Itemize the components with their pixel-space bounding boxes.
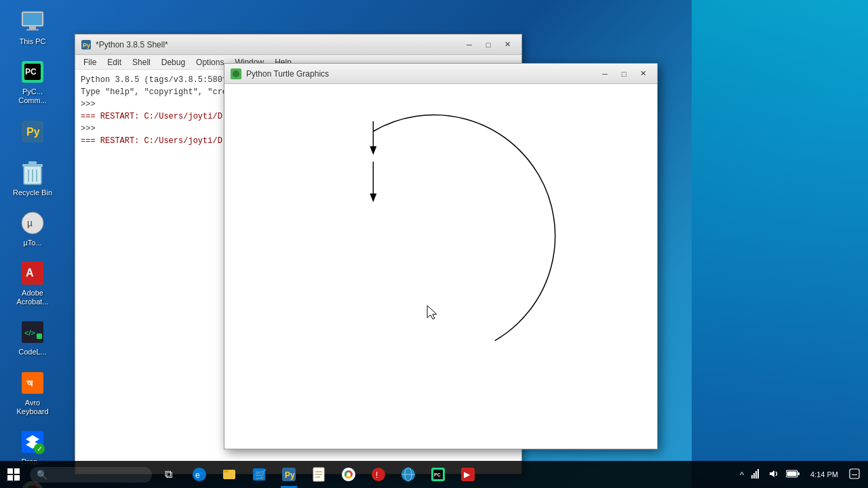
turtle-canvas (224, 84, 657, 449)
taskbar-app-red[interactable]: ! (363, 461, 393, 488)
pycharm-icon: PC (19, 58, 46, 85)
shell-maximize-btn[interactable]: □ (479, 38, 497, 52)
turtle-drawing (224, 84, 657, 449)
svg-text:Py: Py (83, 42, 90, 49)
windows-icon (7, 468, 20, 481)
shell-menu-edit[interactable]: Edit (102, 56, 127, 68)
taskbar-apps: e 🛒 Py (184, 461, 483, 488)
svg-text:A: A (26, 267, 34, 279)
icon-codelab[interactable]: </> CodeL... (5, 316, 60, 359)
taskbar-search[interactable]: 🔍 (30, 467, 152, 483)
python-taskbar-icon: Py (281, 467, 296, 482)
svg-point-53 (233, 70, 239, 77)
shell-close-btn[interactable]: ✕ (498, 38, 516, 52)
adobe-icon: A (19, 260, 46, 287)
svg-text:✓: ✓ (37, 445, 43, 453)
shell-minimize-btn[interactable]: ─ (460, 38, 478, 52)
taskbar-app-python[interactable]: Py (274, 461, 304, 488)
turtle-window: Python Turtle Graphics ─ □ ✕ (224, 63, 658, 449)
start-button[interactable] (0, 461, 27, 488)
utools-icon: µ (19, 209, 46, 237)
codelab-label: CodeL... (18, 348, 47, 357)
taskbar: 🔍 ⧉ e (0, 461, 868, 488)
task-view-button[interactable]: ⧉ (155, 461, 182, 488)
taskbar-app-game[interactable]: ▶ (453, 461, 483, 488)
svg-marker-57 (370, 193, 376, 202)
game-icon: ▶ (460, 467, 475, 482)
turtle-title-text: Python Turtle Graphics (246, 69, 596, 79)
icon-adobe[interactable]: A AdobeAcrobat... (5, 257, 60, 309)
tray-chevron[interactable]: ^ (738, 468, 745, 481)
globe-icon (401, 467, 416, 482)
tray-volume[interactable] (767, 467, 781, 483)
taskbar-app-pycharm2[interactable]: PC (423, 461, 453, 488)
notification-icon (849, 468, 860, 479)
search-icon: 🔍 (37, 470, 47, 480)
shell-titlebar[interactable]: Py *Python 3.8.5 Shell* ─ □ ✕ (75, 35, 521, 55)
svg-text:অ: অ (26, 378, 33, 388)
icon-pycharm[interactable]: PC PyC...Comm... (5, 56, 60, 108)
taskbar-app-store[interactable]: 🛒 (244, 461, 274, 488)
svg-rect-1 (23, 13, 42, 25)
taskbar-app-chrome[interactable] (334, 461, 363, 488)
tray-battery[interactable] (785, 468, 801, 481)
turtle-close-btn[interactable]: ✕ (634, 67, 652, 81)
svg-text:🛒: 🛒 (255, 469, 267, 481)
svg-rect-22 (22, 372, 43, 394)
svg-rect-91 (787, 471, 797, 476)
shell-menu-debug[interactable]: Debug (156, 56, 191, 68)
svg-text:</>: </> (24, 329, 35, 337)
turtle-titlebar[interactable]: Python Turtle Graphics ─ □ ✕ (224, 64, 657, 84)
svg-marker-58 (427, 306, 437, 319)
taskbar-app-edge[interactable]: e (184, 461, 214, 488)
svg-text:µ: µ (27, 218, 33, 228)
tray-network[interactable] (749, 467, 763, 483)
shell-menu-shell[interactable]: Shell (127, 56, 156, 68)
this-pc-icon (19, 8, 46, 35)
taskbar-app-explorer[interactable] (214, 461, 244, 488)
chrome-taskbar-icon (341, 467, 356, 482)
avro-icon: অ (19, 369, 46, 396)
icon-this-pc[interactable]: This PC (5, 5, 60, 49)
svg-rect-87 (757, 469, 759, 479)
taskbar-app-notepad[interactable] (304, 461, 334, 488)
recycle-bin-icon (19, 159, 46, 186)
red-app-icon: ! (371, 467, 386, 482)
icon-python[interactable]: Py (5, 115, 60, 150)
icon-utools[interactable]: µ µTo... (5, 207, 60, 250)
taskbar-time[interactable]: 4:14 PM (805, 470, 844, 479)
desktop-icons: This PC PC PyC...Comm... Py (0, 0, 78, 488)
svg-rect-85 (753, 473, 755, 479)
shell-window-controls: ─ □ ✕ (460, 38, 516, 52)
codelab-icon: </> (19, 319, 46, 346)
svg-text:PC: PC (25, 67, 37, 77)
avro-label: AvroKeyboard (16, 399, 48, 416)
svg-point-74 (372, 468, 385, 481)
svg-rect-86 (755, 471, 757, 479)
turtle-minimize-btn[interactable]: ─ (596, 67, 614, 81)
shell-title-text: *Python 3.8.5 Shell* (96, 40, 460, 49)
volume-icon (768, 468, 779, 479)
svg-rect-93 (852, 474, 857, 475)
svg-point-73 (347, 472, 351, 476)
svg-rect-3 (26, 29, 39, 30)
pycharm-label: PyC...Comm... (18, 87, 47, 105)
svg-rect-10 (22, 164, 43, 167)
pycharm-taskbar-icon: PC (431, 467, 446, 482)
icon-recycle-bin[interactable]: Recycle Bin (5, 157, 60, 200)
turtle-title-icon (230, 68, 242, 80)
shell-menu-file[interactable]: File (78, 56, 102, 68)
icon-avro[interactable]: অ AvroKeyboard (5, 367, 60, 419)
svg-text:Py: Py (285, 470, 295, 480)
taskbar-app-globe[interactable] (393, 461, 423, 488)
turtle-maximize-btn[interactable]: □ (615, 67, 633, 81)
store-icon: 🛒 (252, 467, 267, 482)
tray-notification[interactable] (848, 467, 861, 483)
svg-rect-84 (751, 475, 753, 479)
battery-icon (786, 470, 800, 478)
explorer-icon (222, 467, 237, 482)
taskbar-right: ^ (738, 467, 868, 483)
adobe-label: AdobeAcrobat... (16, 289, 48, 306)
svg-rect-2 (29, 26, 36, 29)
svg-text:▶: ▶ (464, 470, 471, 479)
